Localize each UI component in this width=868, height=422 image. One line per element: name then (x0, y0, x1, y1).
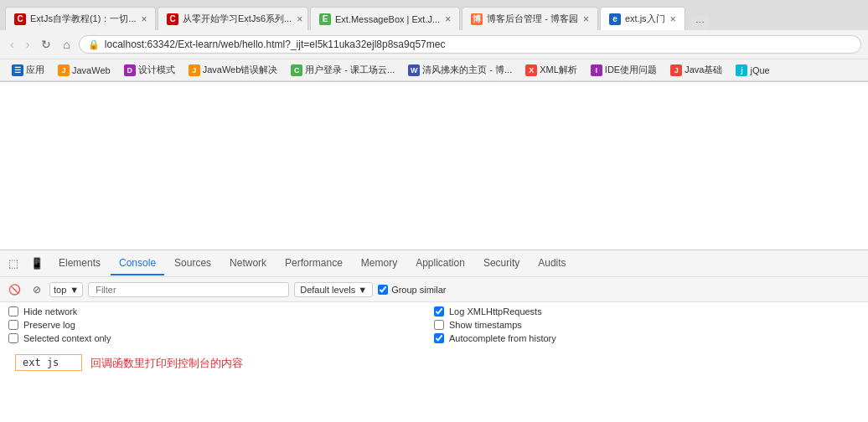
bookmark-xml-label: XML解析 (540, 64, 577, 76)
tab-performance[interactable]: Performance (276, 252, 351, 275)
bookmark-wind[interactable]: W 清风拂来的主页 - 博... (403, 62, 517, 78)
tab-console[interactable]: Console (111, 252, 164, 275)
group-similar-option: Group similar (378, 285, 446, 295)
log-xml-label: Log XMLHttpRequests (449, 306, 542, 316)
bookmark-ide-label: IDE使用问题 (605, 64, 657, 76)
bookmarks-bar: ☰ 应用 J JavaWeb D 设计模式 J JavaWeb错误解决 C 用户… (0, 59, 868, 81)
tab-3[interactable]: E Ext.MessageBox | Ext.J... × (310, 7, 460, 30)
hide-network-label: Hide network (23, 306, 77, 316)
jque-icon: j (736, 64, 747, 76)
bookmark-javaweb-label: JavaWeb (72, 65, 111, 75)
tab-favicon-3: E (319, 13, 331, 25)
bookmark-wind-label: 清风拂来的主页 - 博... (422, 64, 512, 76)
bookmark-javaweb2-label: JavaWeb错误解决 (203, 64, 278, 76)
tab-favicon-2: C (167, 13, 178, 25)
tab-close-4[interactable]: × (583, 13, 589, 25)
tab-1[interactable]: C ExtJs自学教程(1)：一切... × (5, 7, 156, 30)
context-arrow-icon: ▼ (70, 285, 79, 295)
tab-label-5: ext.js入门 (625, 13, 665, 25)
bookmark-design-label: 设计模式 (138, 64, 175, 76)
hide-network-checkbox[interactable] (8, 306, 18, 316)
tab-label-3: Ext.MessageBox | Ext.J... (335, 14, 440, 24)
address-text: localhost:63342/Ext-learn/web/hello.html… (105, 39, 852, 50)
console-content: ext js 回调函数里打印到控制台的内容 (0, 347, 868, 422)
options-left: Hide network Preserve log Selected conte… (8, 306, 434, 344)
devtools-device-button[interactable]: 📱 (25, 254, 49, 273)
bookmark-javaweb[interactable]: J JavaWeb (53, 63, 116, 78)
xml-icon: X (525, 64, 537, 76)
selected-context-label: Selected context only (23, 333, 111, 343)
console-filter-icon[interactable]: ⊘ (29, 282, 44, 297)
wind-icon: W (408, 64, 420, 76)
tab-favicon-4: 博 (471, 13, 483, 25)
forward-button[interactable]: › (23, 36, 34, 53)
tab-memory[interactable]: Memory (353, 252, 406, 275)
tab-overflow[interactable]: ⋯ (690, 16, 710, 30)
console-options: Hide network Preserve log Selected conte… (0, 302, 868, 347)
tab-close-5[interactable]: × (670, 13, 676, 25)
tab-label-2: 从零开始学习ExtJs6系列... (183, 13, 292, 25)
lock-icon: 🔒 (88, 39, 100, 50)
selected-context-checkbox[interactable] (8, 333, 18, 343)
console-clear-icon[interactable]: 🚫 (5, 282, 24, 297)
page-content (0, 82, 868, 250)
reload-button[interactable]: ↻ (38, 36, 54, 53)
level-arrow-icon: ▼ (358, 285, 367, 295)
tab-label-4: 博客后台管理 - 博客园 (487, 13, 578, 25)
bookmark-java-label: Java基础 (685, 64, 722, 76)
tab-favicon-5: e (609, 13, 621, 25)
tab-close-3[interactable]: × (445, 13, 451, 25)
tab-4[interactable]: 博 博客后台管理 - 博客园 × (462, 7, 598, 30)
log-xml-option: Log XMLHttpRequests (434, 306, 860, 317)
preserve-log-option: Preserve log (8, 319, 434, 331)
group-similar-checkbox[interactable] (378, 285, 388, 295)
bookmark-java[interactable]: J Java基础 (665, 62, 727, 78)
devtools-inspect-button[interactable]: ⬚ (3, 254, 23, 273)
design-icon: D (124, 64, 136, 76)
bookmark-xml[interactable]: X XML解析 (520, 62, 582, 78)
address-bar[interactable]: 🔒 localhost:63342/Ext-learn/web/hello.ht… (79, 35, 861, 54)
bookmark-apps[interactable]: ☰ 应用 (7, 62, 49, 78)
level-select[interactable]: Default levels ▼ (294, 282, 373, 297)
bookmark-jque-label: jQue (750, 65, 769, 75)
back-button[interactable]: ‹ (7, 36, 18, 53)
console-input-box[interactable]: ext js (15, 354, 82, 371)
bookmark-ide[interactable]: I IDE使用问题 (586, 62, 662, 78)
tab-close-1[interactable]: × (142, 13, 147, 25)
console-message: 回调函数里打印到控制台的内容 (90, 354, 243, 373)
bookmark-jque[interactable]: j jQue (731, 63, 774, 78)
context-label: top (54, 285, 66, 295)
home-button[interactable]: ⌂ (59, 36, 73, 53)
apps-icon: ☰ (12, 64, 23, 76)
bookmark-codota-label: 用户登录 - 课工场云... (305, 64, 395, 76)
console-area: ext js 回调函数里打印到控制台的内容 (8, 351, 860, 376)
tab-close-2[interactable]: × (297, 13, 302, 25)
tab-elements[interactable]: Elements (50, 252, 109, 275)
tab-sources[interactable]: Sources (166, 252, 220, 275)
devtools-toolbar: ⬚ 📱 Elements Console Sources Network Per… (0, 250, 868, 277)
tab-audits[interactable]: Audits (530, 252, 574, 275)
filter-input[interactable] (88, 282, 289, 297)
log-xml-checkbox[interactable] (434, 306, 444, 316)
tab-5[interactable]: e ext.js入门 × (600, 7, 685, 30)
tab-2[interactable]: C 从零开始学习ExtJs6系列... × (158, 7, 308, 30)
tab-application[interactable]: Application (407, 252, 473, 275)
browser-chrome: C ExtJs自学教程(1)：一切... × C 从零开始学习ExtJs6系列.… (0, 0, 868, 82)
bookmark-javaweb2[interactable]: J JavaWeb错误解决 (183, 62, 283, 78)
context-select[interactable]: top ▼ (49, 282, 83, 297)
tab-security[interactable]: Security (475, 252, 528, 275)
autocomplete-checkbox[interactable] (434, 333, 444, 343)
tab-label-1: ExtJs自学教程(1)：一切... (30, 13, 137, 25)
preserve-log-checkbox[interactable] (8, 320, 18, 330)
devtools-panel: ⬚ 📱 Elements Console Sources Network Per… (0, 250, 868, 422)
tab-bar: C ExtJs自学教程(1)：一切... × C 从零开始学习ExtJs6系列.… (0, 0, 868, 30)
nav-bar: ‹ › ↻ ⌂ 🔒 localhost:63342/Ext-learn/web/… (0, 30, 868, 59)
show-timestamps-checkbox[interactable] (434, 320, 444, 330)
bookmark-codota[interactable]: C 用户登录 - 课工场云... (286, 62, 400, 78)
show-timestamps-label: Show timestamps (449, 320, 522, 330)
console-bar: 🚫 ⊘ top ▼ Default levels ▼ Group similar (0, 277, 868, 302)
tab-favicon-1: C (14, 13, 26, 25)
bookmark-design[interactable]: D 设计模式 (119, 62, 180, 78)
javaweb-icon: J (58, 64, 70, 76)
tab-network[interactable]: Network (221, 252, 275, 275)
